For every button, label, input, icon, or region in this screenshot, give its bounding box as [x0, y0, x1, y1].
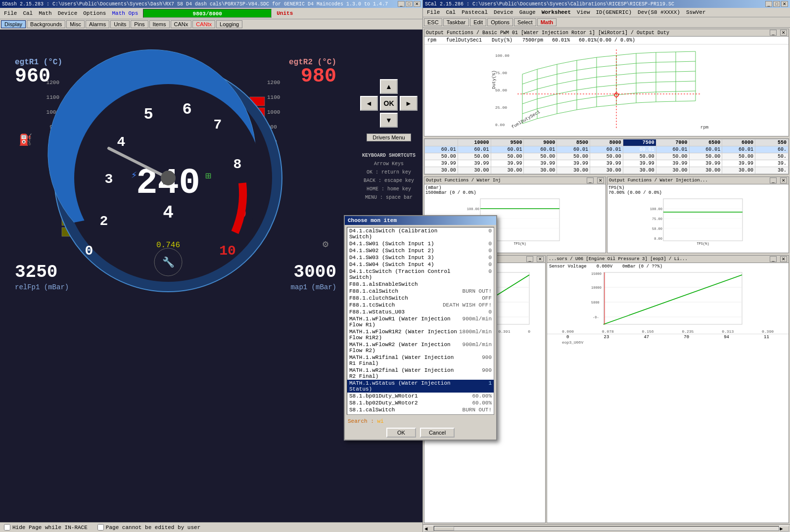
scroll-left-btn[interactable]: ◄: [424, 526, 434, 532]
cell-4-10[interactable]: 30.: [755, 167, 789, 174]
menu-units[interactable]: Units: [274, 10, 296, 17]
tab-display[interactable]: Display: [1, 20, 26, 28]
nav-right-btn[interactable]: ►: [400, 96, 418, 111]
scal-menu-gauge[interactable]: Gauge: [516, 9, 539, 16]
bot-mid-close[interactable]: ✕: [780, 256, 787, 262]
hide-page-input[interactable]: [4, 524, 10, 531]
list-item-selected[interactable]: MATH.1.wStatus (Water Injection Status) …: [347, 380, 494, 393]
hide-page-checkbox[interactable]: Hide Page while IN-RACE: [4, 524, 88, 531]
mid-right-min[interactable]: _: [770, 177, 777, 183]
cell-3-7[interactable]: 39.99: [656, 160, 689, 167]
menu-cal[interactable]: Cal: [20, 10, 36, 17]
list-item[interactable]: S8.1.tcSwitch DEATH WISH OFF!: [347, 413, 494, 415]
tab-logging[interactable]: Logging: [216, 20, 242, 28]
list-item[interactable]: F88.1.wStatus_U03 0: [347, 309, 494, 315]
tab-cantx[interactable]: CANtx: [192, 20, 215, 28]
cell-3-10[interactable]: 39.: [755, 160, 789, 167]
mid-left-min[interactable]: _: [587, 177, 594, 183]
scal-menu-id[interactable]: ID(GENERIC): [593, 9, 635, 16]
list-item[interactable]: MATH.1.wFlowR2 (Water Injection Flow R2)…: [347, 341, 494, 354]
tab-alarms[interactable]: Alarms: [86, 20, 109, 28]
cell-3-9[interactable]: 39.99: [722, 160, 755, 167]
cell-2-2[interactable]: 50.00: [491, 153, 524, 160]
scal-menu-file[interactable]: File: [424, 9, 443, 16]
cell-1-4[interactable]: 60.01: [557, 146, 590, 153]
cell-4-8[interactable]: 30.00: [689, 167, 722, 174]
cell-1-8[interactable]: 60.01: [689, 146, 722, 153]
tab-misc[interactable]: Misc: [66, 20, 85, 28]
list-item[interactable]: D4.1.SW04 (Switch Input 4) 0: [347, 261, 494, 268]
cell-2-8[interactable]: 50.00: [689, 153, 722, 160]
cell-4-2[interactable]: 30.00: [491, 167, 524, 174]
scal-menu-dev[interactable]: Dev(S8 #XXXX): [635, 9, 683, 16]
list-item[interactable]: F88.1.tcSwitch DEATH WISH OFF!: [347, 302, 494, 309]
cell-1-5[interactable]: 60.01: [590, 146, 623, 153]
cell-1-3[interactable]: 60.01: [524, 146, 557, 153]
cell-1-10[interactable]: 60.: [755, 146, 789, 153]
menu-math[interactable]: Math: [36, 10, 54, 17]
cell-3-8[interactable]: 39.99: [689, 160, 722, 167]
sdash-close-btn[interactable]: ✕: [414, 1, 420, 7]
sdash-maximize-btn[interactable]: □: [406, 1, 413, 7]
scal-menu-sswver[interactable]: SswVer: [683, 9, 709, 16]
cell-1-7[interactable]: 60.01: [656, 146, 689, 153]
mid-left-close[interactable]: ✕: [597, 177, 604, 183]
list-item[interactable]: MATH.1.wFlowR1 (Water Injection Flow R1)…: [347, 315, 494, 328]
scal-edit-btn[interactable]: Edit: [470, 18, 486, 26]
cannot-edit-checkbox[interactable]: Page cannot be edited by user: [97, 524, 200, 531]
list-item[interactable]: D4.1.tcSwitch (Traction Control Switch) …: [347, 268, 494, 281]
scal-menu-cal[interactable]: Cal: [443, 9, 459, 16]
cell-4-6[interactable]: 30.00: [623, 167, 656, 174]
scal-maximize-btn[interactable]: □: [773, 1, 780, 7]
scroll-right-btn[interactable]: ►: [779, 526, 789, 532]
list-item[interactable]: D4.1.SW01 (Switch Input 1) 0: [347, 240, 494, 247]
bot-mid-min[interactable]: _: [770, 256, 777, 262]
cell-4-3[interactable]: 30.00: [524, 167, 557, 174]
scal-menu-pastecal[interactable]: Pastecal: [459, 9, 491, 16]
scal-taskbar-btn[interactable]: Taskbar: [443, 18, 469, 26]
cell-1-9[interactable]: 60.01: [722, 146, 755, 153]
tab-canx[interactable]: CANx: [171, 20, 192, 28]
cell-4-5[interactable]: 30.00: [590, 167, 623, 174]
mid-right-close[interactable]: ✕: [780, 177, 787, 183]
cell-1-1[interactable]: 60.01: [458, 146, 491, 153]
menu-math-ops[interactable]: Math Ops: [109, 10, 141, 17]
list-item[interactable]: S8.1.bp01Duty_WRotor1 60.00%: [347, 393, 494, 399]
modal-cancel-btn[interactable]: Cancel: [420, 428, 455, 438]
scal-options-btn[interactable]: Options: [487, 18, 513, 26]
tab-items[interactable]: Items: [149, 20, 170, 28]
sdash-minimize-btn[interactable]: _: [398, 1, 405, 7]
scal-close-btn[interactable]: ✕: [781, 1, 788, 7]
cell-2-3[interactable]: 50.00: [524, 153, 557, 160]
cell-4-9[interactable]: 30.00: [722, 167, 755, 174]
nav-up-btn[interactable]: ▲: [380, 79, 398, 94]
cell-2-10[interactable]: 50.: [755, 153, 789, 160]
nav-left-btn[interactable]: ◄: [360, 96, 378, 111]
cell-3-6[interactable]: 39.99: [623, 160, 656, 167]
tab-backgrounds[interactable]: Backgrounds: [27, 20, 65, 28]
scal-menu-worksheet[interactable]: Worksheet: [539, 9, 574, 16]
cell-2-9[interactable]: 50.00: [722, 153, 755, 160]
bot-left-close[interactable]: ✕: [537, 256, 544, 262]
cell-3-3[interactable]: 39.99: [524, 160, 557, 167]
cell-3-5[interactable]: 39.99: [590, 160, 623, 167]
menu-file[interactable]: File: [1, 10, 20, 17]
cell-1-2[interactable]: 60.01: [491, 146, 524, 153]
cell-4-7[interactable]: 30.00: [656, 167, 689, 174]
cell-4-1[interactable]: 30.00: [458, 167, 491, 174]
cell-2-7[interactable]: 50.00: [656, 153, 689, 160]
cell-4-4[interactable]: 30.00: [557, 167, 590, 174]
scal-scrollbar[interactable]: ◄ ►: [423, 524, 790, 532]
scroll-thumb[interactable]: [434, 527, 454, 531]
scroll-track[interactable]: [434, 526, 779, 531]
cell-3-2[interactable]: 39.99: [491, 160, 524, 167]
drivers-menu-btn[interactable]: Drivers Menu: [367, 133, 411, 141]
top-panel-close[interactable]: ✕: [780, 30, 787, 36]
list-item[interactable]: D4.1.SW03 (Switch Input 3) 0: [347, 254, 494, 261]
scal-menu-view[interactable]: View: [574, 9, 593, 16]
cell-2-6[interactable]: 50.00: [623, 153, 656, 160]
scal-select-btn[interactable]: Select: [514, 18, 536, 26]
scal-esc-btn[interactable]: ESC: [424, 18, 442, 26]
list-item[interactable]: MATH.1.wR1final (Water Injection R1 Fina…: [347, 354, 494, 367]
choose-mon-dialog[interactable]: Choose mon item D4.1.calSwitch (Calibrat…: [344, 215, 497, 441]
